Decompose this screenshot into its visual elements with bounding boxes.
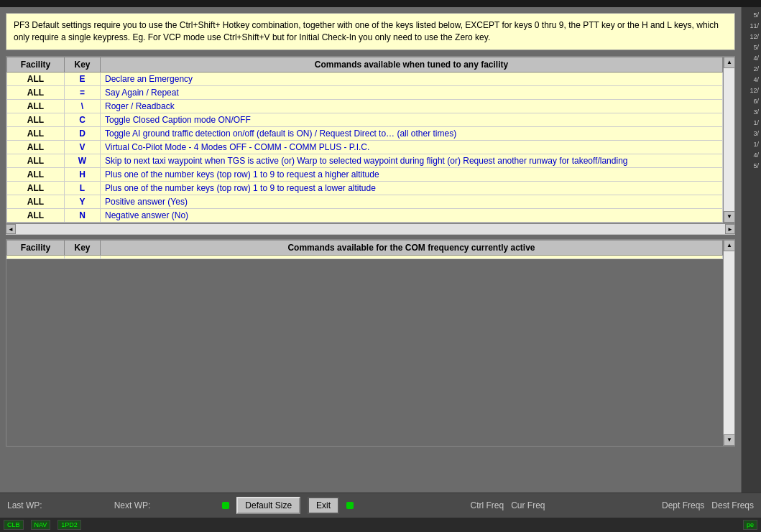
key-cell: L bbox=[65, 181, 101, 195]
table-row: ALLEDeclare an Emergency bbox=[7, 72, 723, 85]
facility-cell: ALL bbox=[7, 140, 65, 154]
sidebar-item-15: 5/ bbox=[742, 161, 761, 171]
facility-cell: ALL bbox=[7, 154, 65, 167]
ctrl-freq-button[interactable]: Ctrl Freq bbox=[471, 500, 504, 510]
key-cell: Y bbox=[65, 195, 101, 208]
desc-cell: Virtual Co-Pilot Mode - 4 Modes OFF - CO… bbox=[101, 140, 723, 154]
table1-outer: Facility Key Commands available when tun… bbox=[6, 56, 735, 235]
info-text: PF3 Default settings require you to use … bbox=[14, 20, 719, 42]
desc-cell: Say Again / Repeat bbox=[101, 85, 723, 99]
bottom-bar: Last WP: Next WP: Default Size Exit Ctrl… bbox=[0, 493, 761, 518]
next-wp-label: Next WP: bbox=[114, 500, 151, 510]
sidebar-item-11: 1/ bbox=[742, 118, 761, 128]
desc-cell: Plus one of the number keys (top row) 1 … bbox=[101, 181, 723, 195]
desc-cell: Toggle AI ground traffic detection on/of… bbox=[101, 126, 723, 140]
table1-scroll-down[interactable]: ▼ bbox=[724, 211, 735, 223]
sidebar-item-9: 6/ bbox=[742, 96, 761, 106]
table-row bbox=[7, 255, 723, 258]
key-cell: D bbox=[65, 126, 101, 140]
table2-row1-facility bbox=[7, 255, 65, 258]
table1-scroll-right[interactable]: ► bbox=[725, 224, 735, 234]
table-row: ALLYPositive answer (Yes) bbox=[7, 195, 723, 208]
table2-outer: Facility Key Commands available for the … bbox=[6, 239, 735, 447]
top-bar bbox=[0, 0, 761, 7]
table1-scroll-thumb bbox=[724, 68, 734, 211]
key-cell: V bbox=[65, 140, 101, 154]
commands-table-1: Facility Key Commands available when tun… bbox=[6, 57, 723, 223]
sidebar-item-14: 4/ bbox=[742, 150, 761, 160]
facility-cell: ALL bbox=[7, 113, 65, 126]
right-green-indicator bbox=[346, 502, 354, 509]
facility-cell: ALL bbox=[7, 181, 65, 195]
key-cell: \ bbox=[65, 99, 101, 113]
table2-commands-header: Commands available for the COM frequency… bbox=[101, 240, 723, 255]
table2-facility-header: Facility bbox=[7, 240, 65, 255]
facility-cell: ALL bbox=[7, 99, 65, 113]
desc-cell: Declare an Emergency bbox=[101, 72, 723, 85]
table1-horiz-scrollbar[interactable]: ◄ ► bbox=[6, 223, 735, 235]
table2-empty-body bbox=[6, 259, 723, 446]
exit-button[interactable]: Exit bbox=[308, 497, 339, 514]
table2-row1-key bbox=[65, 255, 101, 258]
default-size-button[interactable]: Default Size bbox=[236, 497, 300, 514]
desc-cell: Toggle Closed Caption mode ON/OFF bbox=[101, 113, 723, 126]
table1-commands-header: Commands available when tuned to any fac… bbox=[101, 57, 723, 72]
facility-cell: ALL bbox=[7, 72, 65, 85]
table2-row1-desc bbox=[101, 255, 723, 258]
sidebar-item-5: 4/ bbox=[742, 53, 761, 63]
info-box: PF3 Default settings require you to use … bbox=[6, 13, 735, 50]
sidebar-item-8: 12/ bbox=[742, 85, 761, 95]
table1-scrollbar[interactable]: ▲ ▼ bbox=[723, 57, 734, 223]
table2-scroll-up: ▲ bbox=[724, 240, 735, 251]
key-cell: E bbox=[65, 72, 101, 85]
sidebar-item-13: 1/ bbox=[742, 139, 761, 149]
desc-cell: Negative answer (No) bbox=[101, 208, 723, 222]
table1-scroll-up[interactable]: ▲ bbox=[724, 57, 735, 68]
last-wp-label: Last WP: bbox=[7, 500, 42, 510]
facility-cell: ALL bbox=[7, 85, 65, 99]
table1-scroll-left[interactable]: ◄ bbox=[6, 224, 16, 234]
desc-cell: Positive answer (Yes) bbox=[101, 195, 723, 208]
status-clb: CLB bbox=[4, 520, 24, 530]
table2-inner: Facility Key Commands available for the … bbox=[6, 240, 723, 446]
left-green-indicator bbox=[222, 502, 229, 509]
status-1pd2: 1PD2 bbox=[57, 520, 81, 530]
table-row: ALLHPlus one of the number keys (top row… bbox=[7, 167, 723, 181]
table1-inner: Facility Key Commands available when tun… bbox=[6, 57, 723, 223]
table-row: ALL\Roger / Readback bbox=[7, 99, 723, 113]
status-nav: NAV bbox=[31, 520, 51, 530]
key-cell: = bbox=[65, 85, 101, 99]
table1-facility-header: Facility bbox=[7, 57, 65, 72]
table2-scroll-thumb bbox=[724, 251, 734, 434]
desc-cell: Skip to next taxi waypoint when TGS is a… bbox=[101, 154, 723, 167]
sidebar-item-3: 12/ bbox=[742, 32, 761, 42]
table2-scroll-down: ▼ bbox=[724, 434, 735, 446]
desc-cell: Roger / Readback bbox=[101, 99, 723, 113]
dest-freqs-button[interactable]: Dest Freqs bbox=[711, 500, 754, 510]
key-cell: N bbox=[65, 208, 101, 222]
dept-freqs-button[interactable]: Dept Freqs bbox=[662, 500, 704, 510]
table-row: ALLLPlus one of the number keys (top row… bbox=[7, 181, 723, 195]
table1-horiz-track bbox=[16, 224, 725, 234]
sidebar-item-2: 11/ bbox=[742, 21, 761, 31]
table-row: ALLWSkip to next taxi waypoint when TGS … bbox=[7, 154, 723, 167]
table2-key-header: Key bbox=[65, 240, 101, 255]
sidebar-item-1: 5/ bbox=[742, 10, 761, 20]
table2-scrollbar: ▲ ▼ bbox=[723, 240, 734, 446]
table-row: ALLDToggle AI ground traffic detection o… bbox=[7, 126, 723, 140]
key-cell: C bbox=[65, 113, 101, 126]
table-row: ALL=Say Again / Repeat bbox=[7, 85, 723, 99]
sidebar-item-4: 5/ bbox=[742, 42, 761, 52]
status-bar: CLB NAV 1PD2 pe bbox=[0, 518, 761, 532]
key-cell: W bbox=[65, 154, 101, 167]
table2-wrapper: Facility Key Commands available for the … bbox=[6, 239, 735, 447]
facility-cell: ALL bbox=[7, 208, 65, 222]
table1-wrapper: Facility Key Commands available when tun… bbox=[6, 56, 735, 223]
commands-table-2: Facility Key Commands available for the … bbox=[6, 240, 723, 259]
key-cell: H bbox=[65, 167, 101, 181]
status-pe: pe bbox=[743, 520, 757, 530]
right-sidebar: 5/ 11/ 12/ 5/ 4/ 2/ 4/ 12/ 6/ 3/ 1/ 3/ 1… bbox=[741, 7, 761, 495]
facility-cell: ALL bbox=[7, 167, 65, 181]
sidebar-item-7: 4/ bbox=[742, 75, 761, 85]
cur-freq-button[interactable]: Cur Freq bbox=[511, 500, 545, 510]
